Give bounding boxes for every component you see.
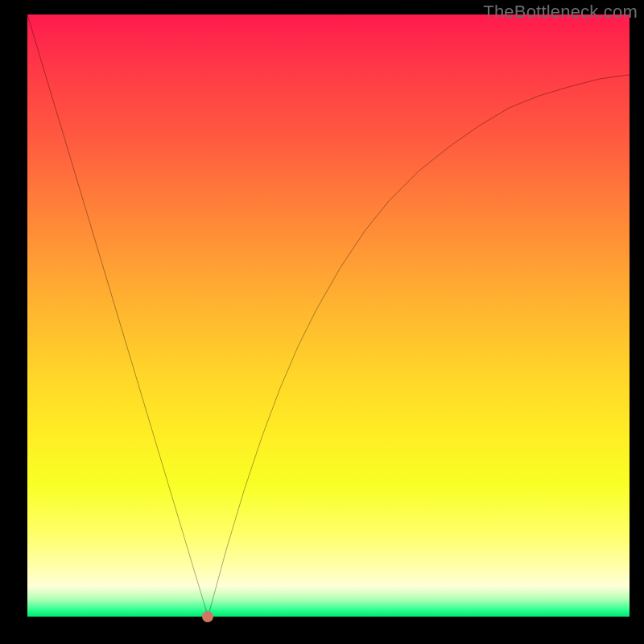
min-marker [202,611,213,622]
bottleneck-curve [27,14,630,617]
curve-svg [27,14,630,617]
plot-area [27,14,630,617]
chart-stage: TheBottleneck.com [0,0,644,644]
attribution-text: TheBottleneck.com [483,2,638,23]
